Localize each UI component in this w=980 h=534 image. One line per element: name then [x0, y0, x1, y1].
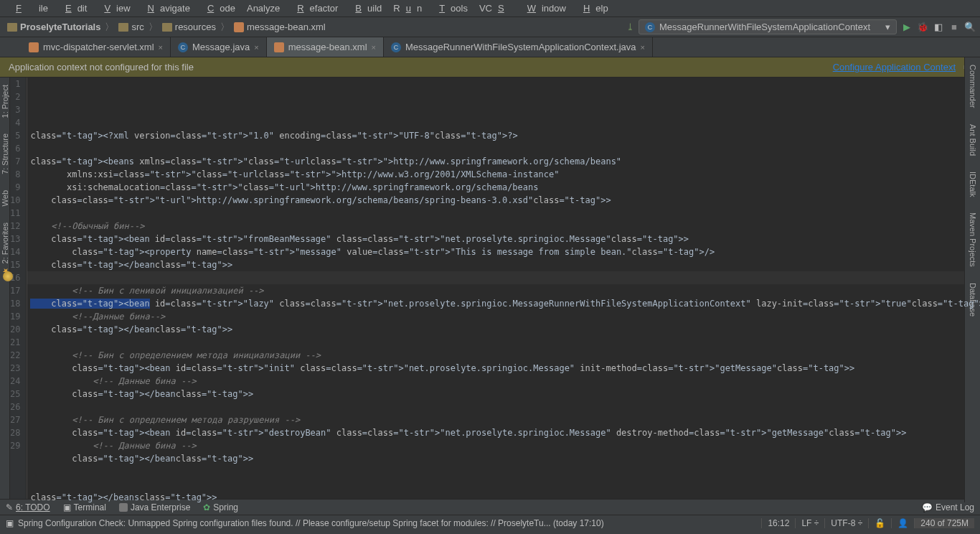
editor-area: 1: Project 7: Structure Web ★ 2: Favorit…	[0, 78, 980, 499]
tool-commander[interactable]: Commander	[969, 60, 977, 113]
java-class-icon: C	[645, 22, 655, 32]
tool-windows-icon[interactable]: ▣	[6, 518, 14, 528]
xml-file-icon	[274, 42, 284, 52]
menu-code[interactable]: Code	[196, 1, 241, 15]
editor-tabs: mvc-dispatcher-servlet.xml× CMessage.jav…	[0, 37, 980, 57]
breadcrumb-file[interactable]: message-bean.xml	[247, 22, 326, 32]
tool-project[interactable]: 1: Project	[1, 80, 9, 122]
line-gutter[interactable]: 1 2 3 4 5 6 7 8 9 10 11 12 13 14 15 16 1…	[10, 78, 27, 499]
tab-mvc-dispatcher[interactable]: mvc-dispatcher-servlet.xml×	[22, 37, 171, 57]
menu-analyze[interactable]: Analyze	[241, 1, 286, 15]
run-config-label: MessageRunnerWithFileSystemApplicationCo…	[659, 22, 870, 32]
search-button[interactable]: 🔍	[964, 22, 976, 33]
menu-navigate[interactable]: Navigate	[136, 1, 196, 15]
close-icon[interactable]: ×	[372, 43, 376, 52]
tab-message-bean[interactable]: message-bean.xml×	[267, 37, 384, 57]
debug-button[interactable]: 🐞	[917, 22, 928, 33]
stop-button[interactable]: ■	[948, 22, 960, 33]
menu-vcs[interactable]: VCS	[473, 1, 516, 15]
menu-bar: File Edit View Navigate Code Analyze Ref…	[0, 0, 980, 17]
breadcrumb-project[interactable]: ProselyteTutorials	[20, 22, 100, 32]
close-icon[interactable]: ×	[254, 43, 258, 52]
left-tool-strip: 1: Project 7: Structure Web ★ 2: Favorit…	[0, 78, 10, 499]
menu-view[interactable]: View	[93, 1, 136, 15]
configure-context-link[interactable]: Configure Application Context	[833, 62, 956, 72]
menu-file[interactable]: File	[4, 1, 54, 15]
run-button[interactable]: ▶	[901, 22, 913, 33]
tab-message-java[interactable]: CMessage.java×	[171, 37, 267, 57]
close-icon[interactable]: ×	[159, 43, 163, 52]
menu-window[interactable]: Window	[516, 1, 572, 15]
menu-build[interactable]: Build	[344, 1, 387, 15]
tool-structure[interactable]: 7: Structure	[1, 129, 9, 179]
context-banner: Application context not configured for t…	[0, 57, 980, 78]
coverage-button[interactable]: ◧	[933, 22, 944, 33]
menu-help[interactable]: Help	[572, 1, 614, 15]
menu-edit[interactable]: Edit	[54, 1, 93, 15]
folder-icon	[118, 23, 128, 32]
banner-text: Application context not configured for t…	[9, 62, 194, 72]
menu-run[interactable]: Run	[387, 1, 428, 15]
tool-favorites[interactable]: ★ 2: Favorites	[0, 218, 9, 280]
xml-file-icon	[29, 42, 39, 52]
menu-refactor[interactable]: Refactor	[286, 1, 344, 15]
breadcrumb-src[interactable]: src	[131, 22, 143, 32]
menu-tools[interactable]: Tools	[428, 1, 473, 15]
code-editor[interactable]: class="t-tag"><?xml version=class="t-str…	[27, 78, 980, 499]
nav-bar: ProselyteTutorials 〉 src 〉 resources 〉 m…	[0, 17, 980, 37]
java-class-icon: C	[391, 42, 401, 52]
project-icon	[7, 23, 17, 32]
make-icon[interactable]: ⤓	[626, 22, 634, 32]
tab-message-runner[interactable]: CMessageRunnerWithFileSystemApplicationC…	[384, 37, 653, 57]
close-icon[interactable]: ×	[641, 43, 645, 52]
breadcrumb-resources[interactable]: resources	[175, 22, 216, 32]
java-class-icon: C	[178, 42, 188, 52]
tool-web[interactable]: Web	[1, 186, 9, 210]
run-config-select[interactable]: C MessageRunnerWithFileSystemApplication…	[639, 19, 897, 34]
folder-icon	[162, 23, 172, 32]
xml-file-icon	[234, 22, 244, 32]
